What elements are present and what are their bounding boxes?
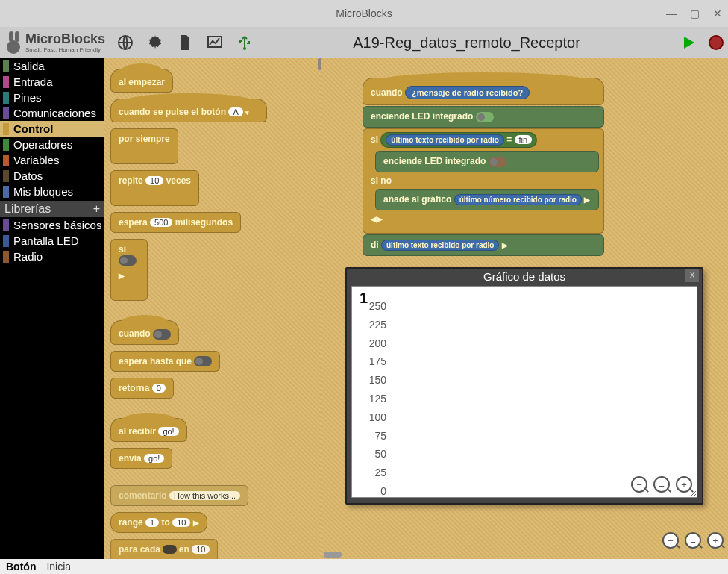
- category-comunicaciones[interactable]: Comunicaciones: [0, 105, 104, 121]
- scripts-hscrollbar[interactable]: [324, 552, 342, 558]
- block-envia[interactable]: envía go!: [110, 448, 172, 469]
- wait-until-slot[interactable]: [194, 356, 212, 366]
- category-mis bloques[interactable]: Mis bloques: [0, 184, 104, 199]
- reporter-equals[interactable]: último texto recibido por radio = fin: [380, 132, 537, 148]
- logo-tagline: Small, Fast, Human Friendly: [25, 46, 105, 53]
- script-led-on-2[interactable]: enciende LED integrado: [375, 151, 599, 172]
- category-swatch: [3, 139, 9, 151]
- category-label: Operadores: [13, 138, 72, 151]
- category-label: Variables: [13, 154, 59, 166]
- script-led-on-1[interactable]: enciende LED integrado: [363, 106, 604, 128]
- usb-connect-icon[interactable]: [235, 33, 254, 52]
- block-comentario[interactable]: comentario How this works...: [110, 485, 248, 506]
- graph-close-button[interactable]: X: [685, 269, 699, 282]
- graph-icon[interactable]: [205, 33, 225, 52]
- library-label: Sensores básicos: [13, 219, 101, 231]
- block-espera-hasta[interactable]: espera hasta que: [110, 351, 220, 372]
- category-label: Salida: [13, 60, 45, 72]
- reporter-ultimo-texto[interactable]: último texto recibido por radio: [386, 134, 503, 146]
- graph-zoom-out-button[interactable]: −: [631, 476, 647, 493]
- block-cuando[interactable]: cuando: [110, 320, 179, 345]
- range-to-input[interactable]: 10: [172, 518, 190, 527]
- category-control[interactable]: Control: [0, 121, 104, 137]
- block-cuando-boton[interactable]: cuando se pulse el botón A ▾: [110, 99, 267, 122]
- library-radio[interactable]: Radio: [0, 249, 104, 264]
- category-pines[interactable]: Pines: [0, 90, 104, 105]
- block-espera[interactable]: espera 500 milisegundos: [110, 212, 241, 233]
- category-swatch: [3, 155, 9, 166]
- graph-panel[interactable]: Gráfico de datos X 1 2502252001751501251…: [345, 267, 703, 505]
- receive-msg-input[interactable]: go!: [158, 427, 178, 436]
- led-state-2[interactable]: [489, 157, 506, 167]
- gear-icon[interactable]: [145, 33, 165, 52]
- comment-text-input[interactable]: How this works...: [169, 491, 240, 500]
- libraries-header[interactable]: Librerías +: [0, 201, 104, 217]
- when-condition-slot[interactable]: [153, 329, 171, 340]
- reporter-mensaje-recibido[interactable]: ¿mensaje de radio recibido?: [405, 86, 530, 99]
- script-si[interactable]: si último texto recibido por radio = fin…: [363, 128, 604, 234]
- block-palette[interactable]: al empezar cuando se pulse el botón A ▾ …: [104, 58, 321, 559]
- block-por-siempre[interactable]: por siempre: [110, 128, 178, 164]
- script-cuando-hat[interactable]: cuando ¿mensaje de radio recibido?: [363, 78, 604, 105]
- button-selector[interactable]: A: [228, 107, 242, 116]
- block-al-empezar[interactable]: al empezar: [110, 69, 173, 93]
- canvas-zoom-out-button[interactable]: −: [662, 532, 679, 549]
- led-state-1[interactable]: [476, 112, 494, 122]
- window-title: MicroBlocks: [336, 7, 392, 19]
- run-button[interactable]: [679, 33, 698, 52]
- return-value-input[interactable]: 0: [152, 384, 166, 393]
- repeat-count-input[interactable]: 10: [145, 176, 163, 185]
- category-label: Datos: [13, 169, 43, 182]
- script-di[interactable]: di último texto recibido por radio ▶: [363, 234, 604, 256]
- range-from-input[interactable]: 1: [145, 518, 159, 527]
- category-label: Control: [13, 122, 53, 135]
- reporter-ultimo-texto-2[interactable]: último texto recibido por radio: [381, 240, 499, 251]
- graph-title[interactable]: Gráfico de datos X: [347, 269, 702, 284]
- block-al-recibir[interactable]: al recibir go!: [110, 418, 187, 442]
- graph-zoom-tools: − = +: [631, 476, 692, 493]
- fin-literal[interactable]: fin: [515, 135, 533, 144]
- reporter-ultimo-numero[interactable]: último número recibido por radio: [454, 194, 582, 205]
- block-si[interactable]: si ▶: [110, 239, 148, 301]
- graph-zoom-reset-button[interactable]: =: [653, 476, 670, 493]
- window-maximize-button[interactable]: ▢: [690, 7, 700, 19]
- canvas-zoom-in-button[interactable]: +: [707, 532, 724, 549]
- for-each-list-input[interactable]: 10: [192, 545, 210, 554]
- stop-button[interactable]: [709, 35, 724, 50]
- library-sensores-básicos[interactable]: Sensores básicos: [0, 217, 104, 233]
- window-close-button[interactable]: ✕: [713, 7, 722, 19]
- category-datos[interactable]: Datos: [0, 168, 104, 184]
- block-retorna[interactable]: retorna 0: [110, 378, 174, 399]
- canvas-zoom-reset-button[interactable]: =: [685, 532, 701, 549]
- graph-y-axis: 2502252001751501251007550250: [358, 306, 388, 491]
- block-repite[interactable]: repite 10 veces: [110, 170, 199, 206]
- canvas-zoom-tools: − = +: [662, 532, 724, 549]
- block-range[interactable]: range 1 to 10 ▶: [110, 512, 207, 533]
- status-bar: Botón Inicia: [0, 559, 728, 574]
- library-pantalla-led[interactable]: Pantalla LED: [0, 233, 104, 249]
- y-tick-label: 75: [374, 430, 386, 442]
- script-anade-grafico[interactable]: añade al gráfico último número recibido …: [375, 189, 599, 210]
- graph-zoom-in-button[interactable]: +: [676, 476, 692, 493]
- category-swatch: [3, 60, 9, 72]
- libraries-label: Librerías: [4, 202, 51, 216]
- file-icon[interactable]: [175, 33, 195, 52]
- for-each-var[interactable]: [163, 545, 176, 554]
- y-tick-label: 175: [369, 355, 386, 367]
- toolbar: MicroBlocks Small, Fast, Human Friendly …: [0, 27, 728, 58]
- category-label: Comunicaciones: [13, 107, 96, 119]
- send-msg-input[interactable]: go!: [144, 454, 164, 463]
- category-salida[interactable]: Salida: [0, 58, 104, 74]
- if-condition-slot[interactable]: [119, 255, 136, 266]
- window-minimize-button[interactable]: —: [666, 7, 677, 19]
- block-for-each[interactable]: para cada en 10: [110, 539, 218, 559]
- category-variables[interactable]: Variables: [0, 152, 104, 168]
- language-icon[interactable]: [116, 33, 135, 52]
- category-entrada[interactable]: Entrada: [0, 74, 104, 90]
- add-library-button[interactable]: +: [93, 202, 100, 216]
- category-operadores[interactable]: Operadores: [0, 137, 104, 152]
- y-tick-label: 125: [369, 393, 386, 405]
- script-main[interactable]: cuando ¿mensaje de radio recibido? encie…: [363, 78, 604, 257]
- wait-ms-input[interactable]: 500: [150, 218, 172, 227]
- category-sidebar: SalidaEntradaPinesComunicacionesControlO…: [0, 58, 104, 559]
